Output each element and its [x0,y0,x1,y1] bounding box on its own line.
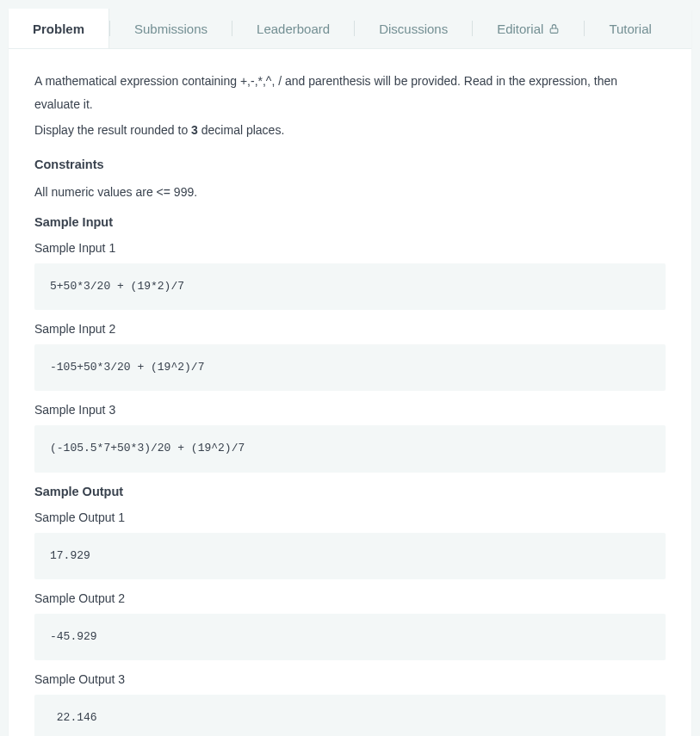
tab-problem[interactable]: Problem [9,9,109,48]
tab-leaderboard[interactable]: Leaderboard [232,9,354,48]
sample-input-heading: Sample Input [34,215,666,229]
tab-label: Leaderboard [257,22,330,36]
sample-output-label: Sample Output 2 [34,591,666,605]
sample-output-label: Sample Output 3 [34,672,666,686]
lock-icon [548,23,560,34]
tab-tutorial[interactable]: Tutorial [585,9,675,48]
sample-input-label: Sample Input 2 [34,322,666,336]
sample-input-code: -105+50*3/20 + (19^2)/7 [34,344,666,391]
sample-input-label: Sample Input 3 [34,403,666,417]
sample-output-label: Sample Output 1 [34,510,666,524]
sample-output-code: 17.929 [34,533,666,579]
problem-card: Problem Submissions Leaderboard Discussi… [9,9,691,736]
problem-content: A mathematical expression containing +,-… [9,49,691,736]
tab-label: Problem [33,22,84,36]
sample-input-label: Sample Input 1 [34,241,666,255]
tab-submissions[interactable]: Submissions [110,9,232,48]
decimal-places: 3 [191,123,198,137]
sample-input-code: 5+50*3/20 + (19*2)/7 [34,263,666,310]
tab-label: Submissions [134,22,208,36]
tab-editorial[interactable]: Editorial [473,9,584,48]
sample-input-code: (-105.5*7+50*3)/20 + (19^2)/7 [34,425,666,472]
description-line: A mathematical expression containing +,-… [34,70,666,115]
description-text: Display the result rounded to [34,123,191,137]
description-line: Display the result rounded to 3 decimal … [34,119,666,142]
sample-output-code: 22.146 [34,695,666,736]
sample-output-code: -45.929 [34,614,666,660]
tab-discussions[interactable]: Discussions [355,9,472,48]
tab-label: Editorial [497,22,543,36]
constraints-text: All numeric values are <= 999. [34,182,666,203]
description-text: decimal places. [198,123,284,137]
svg-rect-0 [551,28,559,32]
tab-label: Tutorial [609,22,651,36]
sample-output-heading: Sample Output [34,485,666,498]
constraints-heading: Constraints [34,158,666,171]
tabs-bar: Problem Submissions Leaderboard Discussi… [9,9,691,49]
tab-label: Discussions [379,22,448,36]
